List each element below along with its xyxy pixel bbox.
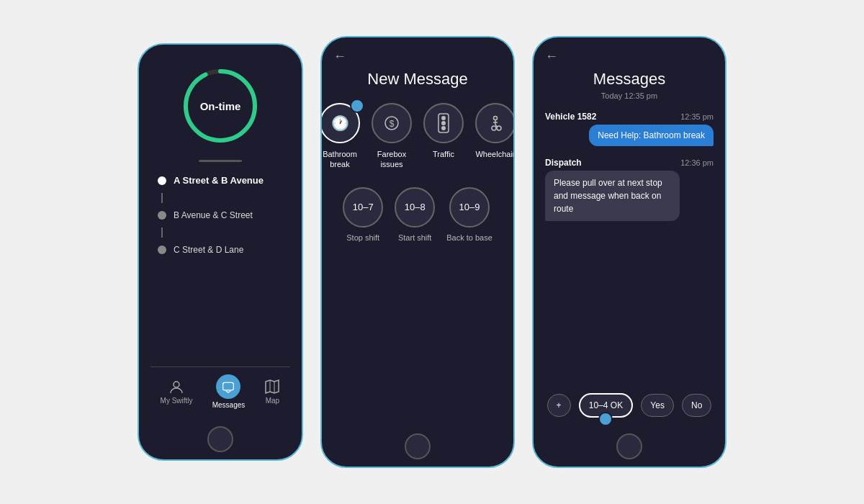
status-circle: On-time [181, 66, 260, 145]
stop-dot-3 [158, 246, 166, 254]
svg-point-14 [492, 126, 496, 130]
category-farebox[interactable]: $ Fareboxissues [372, 103, 412, 170]
svg-marker-4 [266, 380, 279, 393]
action-plus[interactable]: + [547, 394, 571, 417]
bathroom-break-icon-circle: 🕐 [320, 103, 360, 143]
messages-icon-wrapper [216, 374, 240, 399]
code-label-3: 10–9 [459, 202, 480, 212]
vehicle-message-bubble: Need Help: Bathroom break [589, 125, 714, 146]
code-row: 10–7 Stop shift 10–8 Start shift 10–9 Ba… [333, 187, 502, 242]
stop-label-3: C Street & D Lane [174, 245, 243, 255]
code-10-8[interactable]: 10–8 Start shift [395, 187, 435, 242]
chat-area: Vehicle 1582 12:35 pm Need Help: Bathroo… [545, 112, 714, 386]
action-yes[interactable]: Yes [641, 394, 674, 417]
messages-title: Messages [545, 70, 714, 89]
code-circle-3: 10–9 [449, 187, 490, 228]
traffic-label: Traffic [433, 149, 454, 159]
back-button-3[interactable]: ← [545, 49, 558, 64]
stop-item-2: B Avenue & C Street [158, 210, 290, 220]
stop-list: A Street & B Avenue B Avenue & C Street … [150, 175, 290, 255]
code-sublabel-3: Back to base [446, 233, 492, 242]
vehicle-message-block: Vehicle 1582 12:35 pm Need Help: Bathroo… [545, 112, 714, 146]
code-label-1: 10–7 [353, 202, 374, 212]
vehicle-sender-name: Vehicle 1582 [545, 112, 596, 122]
code-10-7[interactable]: 10–7 Stop shift [343, 187, 383, 242]
selected-pill-indicator [598, 412, 613, 426]
vehicle-msg-time: 12:35 pm [680, 112, 714, 121]
nav-map-label: Map [266, 397, 279, 405]
svg-point-12 [441, 126, 446, 130]
tablet-3-content: ← Messages Today 12:35 pm Vehicle 1582 1… [534, 37, 725, 428]
svg-text:$: $ [390, 119, 395, 129]
stop-dot-2 [158, 211, 166, 220]
message-category-grid: 🕐 Bathroombreak $ Fareboxissues [333, 103, 502, 242]
back-button-2[interactable]: ← [333, 49, 346, 64]
farebox-icon-circle: $ [372, 103, 412, 143]
svg-point-10 [441, 116, 446, 120]
code-label-2: 10–8 [405, 202, 426, 212]
stop-item-1: A Street & B Avenue [158, 175, 290, 186]
today-timestamp: Today 12:35 pm [545, 91, 714, 100]
nav-my-swiftly[interactable]: My Swiftly [161, 379, 193, 405]
stop-dot-1 [158, 176, 166, 185]
bottom-actions: + 10–4 OK Yes No [545, 386, 714, 422]
stop-label-2: B Avenue & C Street [174, 210, 253, 220]
tablet-1-content: On-time A Street & B Avenue B Avenue & C… [139, 45, 302, 420]
wheelchair-icon-circle [475, 103, 515, 143]
bottom-actions-wrapper: + 10–4 OK Yes No [545, 386, 714, 428]
code-circle-1: 10–7 [343, 187, 383, 228]
svg-point-2 [174, 382, 179, 387]
vehicle-sender-row: Vehicle 1582 12:35 pm [545, 112, 714, 122]
dispatch-message-block: Dispatch 12:36 pm Please pull over at ne… [545, 158, 714, 221]
category-wheelchair[interactable]: Wheelchair [475, 103, 515, 170]
clock-icon: 🕐 [331, 114, 349, 132]
stop-item-3: C Street & D Lane [158, 245, 290, 255]
nav-swiftly-label: My Swiftly [161, 397, 193, 405]
route-line-2 [161, 228, 163, 238]
tablet-1: On-time A Street & B Avenue B Avenue & C… [138, 43, 303, 461]
tablet-2: ← New Message 🕐 Bathroombreak [320, 36, 515, 468]
svg-point-15 [497, 126, 501, 130]
action-10-4-ok-label: 10–4 OK [589, 400, 623, 410]
home-button-3[interactable] [616, 433, 642, 459]
dispatch-sender-name: Dispatch [545, 158, 582, 168]
person-icon [168, 379, 184, 395]
selected-indicator [350, 99, 364, 113]
wheelchair-label: Wheelchair [475, 149, 515, 159]
action-no[interactable]: No [682, 394, 711, 417]
home-button-1[interactable] [207, 426, 233, 452]
farebox-label: Fareboxissues [377, 149, 406, 170]
dispatch-message-text: Please pull over at next stop and messag… [554, 178, 662, 214]
map-icon [264, 379, 280, 395]
wheelchair-icon [487, 115, 503, 131]
tablet-3: ← Messages Today 12:35 pm Vehicle 1582 1… [532, 36, 726, 468]
category-bathroom-break[interactable]: 🕐 Bathroombreak [320, 103, 360, 170]
dispatch-msg-time: 12:36 pm [680, 158, 714, 167]
category-row: 🕐 Bathroombreak $ Fareboxissues [333, 103, 502, 170]
divider [199, 160, 242, 162]
code-10-9[interactable]: 10–9 Back to base [446, 187, 492, 242]
bathroom-break-label: Bathroombreak [323, 149, 357, 170]
code-circle-2: 10–8 [395, 187, 435, 228]
svg-rect-3 [223, 382, 234, 390]
vehicle-bubble-wrapper: Need Help: Bathroom break [545, 125, 714, 146]
tablet-2-content: ← New Message 🕐 Bathroombreak [322, 37, 513, 428]
svg-point-13 [494, 117, 498, 120]
dispatch-sender-row: Dispatch 12:36 pm [545, 158, 714, 168]
dollar-icon: $ [384, 115, 400, 131]
dispatch-message-bubble: Please pull over at next stop and messag… [545, 171, 680, 221]
action-10-4-ok[interactable]: 10–4 OK [579, 393, 633, 418]
nav-messages[interactable]: Messages [212, 374, 246, 409]
category-traffic[interactable]: Traffic [423, 103, 464, 170]
code-sublabel-1: Stop shift [346, 233, 379, 242]
stop-label-1: A Street & B Avenue [174, 175, 264, 186]
status-text: On-time [200, 100, 241, 112]
home-button-2[interactable] [405, 433, 431, 459]
nav-map[interactable]: Map [264, 379, 280, 405]
traffic-icon-circle [423, 103, 464, 143]
bottom-nav: My Swiftly Messages Map [150, 367, 290, 413]
traffic-light-icon [436, 113, 451, 133]
message-icon [222, 380, 235, 393]
svg-point-11 [441, 121, 446, 125]
screen-title-2: New Message [367, 70, 467, 89]
